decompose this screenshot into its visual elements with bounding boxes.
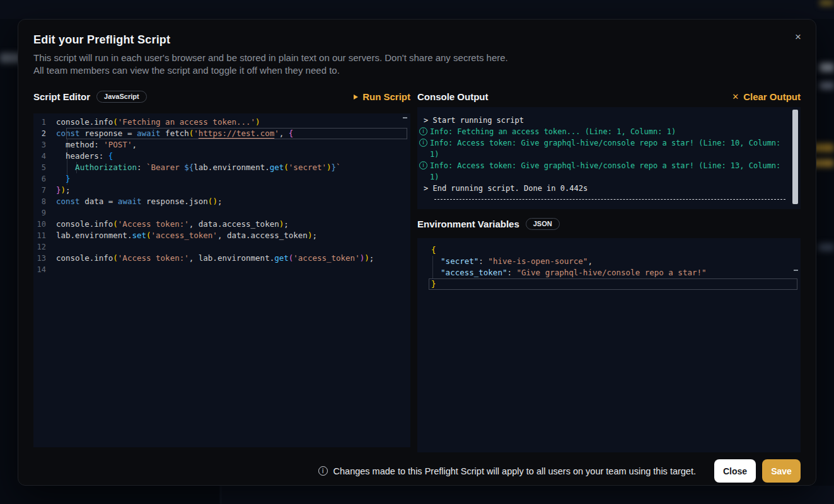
- code-line[interactable]: 6 }: [33, 173, 410, 185]
- info-icon: i: [419, 161, 427, 169]
- console-entry-text: Info: Access token: Give graphql-hive/co…: [430, 161, 780, 181]
- environment-variables-editor[interactable]: { "secret": "hive-is-open-source", "acce…: [417, 238, 801, 452]
- scrollbar-thumb[interactable]: [792, 110, 798, 204]
- console-output-title: Console Output: [417, 91, 489, 102]
- script-code-editor[interactable]: 1console.info('Fetching an access token.…: [33, 113, 410, 447]
- line-number: 2: [33, 128, 56, 139]
- console-separator: [434, 199, 785, 200]
- console-entry-text: > End running script. Done in 0.442s: [424, 184, 588, 193]
- code-line[interactable]: 12: [33, 241, 410, 253]
- info-icon: i: [419, 139, 427, 147]
- json-badge: JSON: [526, 218, 560, 230]
- line-number: 10: [33, 219, 56, 230]
- code-line[interactable]: "secret": "hive-is-open-source",: [417, 256, 801, 267]
- line-number: 13: [33, 253, 56, 264]
- code-line[interactable]: 3 method: 'POST',: [33, 139, 410, 151]
- background-blob: [820, 0, 834, 6]
- line-number: 14: [33, 264, 56, 275]
- line-number: 4: [33, 151, 56, 162]
- line-number: 6: [33, 173, 56, 185]
- code-line[interactable]: 1console.info('Fetching an access token.…: [33, 117, 410, 128]
- close-button[interactable]: Close: [714, 459, 756, 483]
- environment-variables-title: Environment Variables: [417, 219, 519, 229]
- console-entry-text: > Start running script: [424, 116, 524, 125]
- line-number: 8: [33, 196, 56, 207]
- dialog-title: Edit your Preflight Script: [33, 33, 801, 47]
- preflight-script-dialog: × Edit your Preflight Script This script…: [18, 19, 816, 486]
- background-blob: [818, 243, 834, 251]
- footer-notice: Changes made to this Preflight Script wi…: [333, 466, 696, 476]
- code-line[interactable]: 13console.info('Access token:', lab.envi…: [33, 253, 410, 264]
- line-number: 12: [33, 241, 56, 253]
- code-line[interactable]: 9: [33, 207, 410, 219]
- code-line[interactable]: 2const response = await fetch('https://t…: [33, 128, 410, 139]
- code-line[interactable]: 10console.info('Access token:', data.acc…: [33, 219, 410, 230]
- console-entry-text: Info: Access token: Give graphql-hive/co…: [430, 139, 780, 159]
- code-line[interactable]: 11lab.environment.set('access_token', da…: [33, 230, 410, 241]
- console-entry: > End running script. Done in 0.442s: [419, 183, 792, 194]
- info-icon: i: [318, 466, 328, 476]
- code-line[interactable]: 7});: [33, 185, 410, 196]
- close-icon[interactable]: ×: [791, 30, 806, 45]
- console-entry: iInfo: Access token: Give graphql-hive/c…: [419, 160, 792, 183]
- code-line[interactable]: 5 Authorization: `Bearer ${lab.environme…: [33, 162, 410, 173]
- code-line[interactable]: }: [417, 278, 801, 290]
- code-line[interactable]: "access_token": "Give graphql-hive/conso…: [417, 267, 801, 278]
- line-number: 3: [33, 139, 56, 151]
- code-line[interactable]: 8const data = await response.json();: [33, 196, 410, 207]
- line-number: 1: [33, 117, 56, 128]
- clear-output-button[interactable]: ✕ Clear Output: [732, 91, 801, 102]
- info-icon: i: [419, 127, 427, 135]
- code-line[interactable]: 14: [33, 264, 410, 275]
- clear-icon: ✕: [732, 93, 739, 101]
- console-entry: iInfo: Access token: Give graphql-hive/c…: [419, 137, 792, 160]
- console-entry-text: Info: Fetching an access token... (Line:…: [430, 127, 676, 136]
- dialog-description-line2: All team members can view the script and…: [33, 65, 801, 76]
- line-number: 7: [33, 185, 56, 196]
- background-blob: [820, 82, 834, 89]
- console-entry: > Start running script: [419, 115, 792, 126]
- script-editor-title: Script Editor: [33, 91, 90, 102]
- background-page: [0, 0, 834, 19]
- background-blob: [820, 63, 834, 72]
- line-number: 5: [33, 162, 56, 173]
- background-panel: [221, 486, 834, 504]
- console-output-panel: > Start running scriptiInfo: Fetching an…: [417, 107, 801, 209]
- code-line[interactable]: {: [417, 244, 801, 256]
- clear-output-label: Clear Output: [743, 91, 801, 102]
- line-number: 9: [33, 207, 56, 219]
- language-badge: JavaScript: [96, 91, 147, 103]
- background-divider: [220, 486, 221, 504]
- run-script-button[interactable]: Run Script: [354, 91, 410, 102]
- dialog-description-line1: This script will run in each user's brow…: [33, 52, 801, 64]
- play-icon: [354, 94, 358, 100]
- run-script-label: Run Script: [362, 91, 410, 102]
- code-line[interactable]: 4 headers: {: [33, 151, 410, 162]
- save-button[interactable]: Save: [762, 459, 801, 483]
- console-entry: iInfo: Fetching an access token... (Line…: [419, 126, 792, 137]
- line-number: 11: [33, 230, 56, 241]
